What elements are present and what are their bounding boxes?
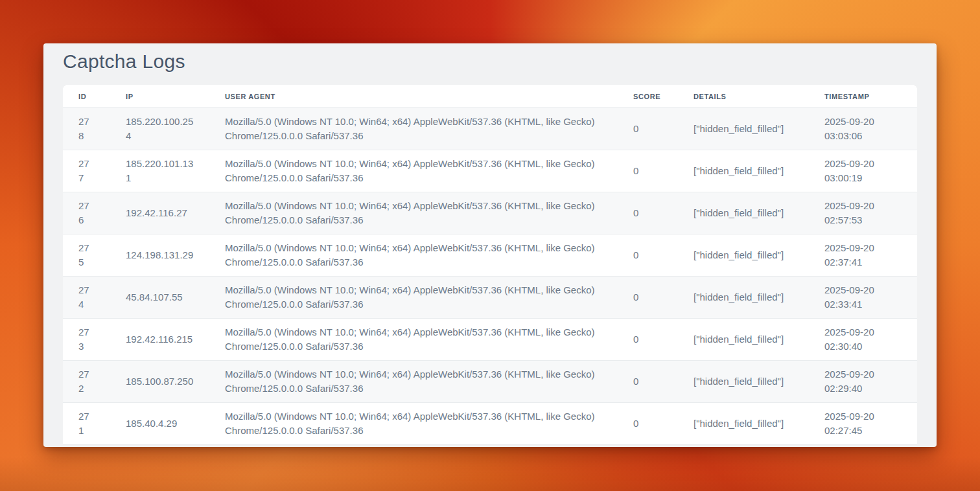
cell-timestamp: 2025-09-20 03:00:19 (809, 150, 917, 192)
cell-timestamp: 2025-09-20 02:57:53 (809, 192, 917, 234)
cell-user_agent: Mozilla/5.0 (Windows NT 10.0; Win64; x64… (209, 361, 618, 403)
cell-timestamp: 2025-09-20 03:03:06 (809, 108, 917, 150)
column-header-ip: IP (110, 85, 209, 108)
cell-details: ["hidden_field_filled"] (678, 150, 809, 192)
cell-user_agent: Mozilla/5.0 (Windows NT 10.0; Win64; x64… (209, 277, 618, 319)
column-header-id: ID (63, 85, 110, 108)
page-card: Captcha Logs IDIPUSER AGENTSCOREDETAILST… (43, 43, 937, 447)
table-row: 276192.42.116.27Mozilla/5.0 (Windows NT … (63, 192, 917, 234)
cell-details: ["hidden_field_filled"] (678, 319, 809, 361)
cell-score: 0 (618, 192, 678, 234)
cell-score: 0 (618, 361, 678, 403)
table-row: 278185.220.100.254Mozilla/5.0 (Windows N… (63, 108, 917, 150)
table-row: 272185.100.87.250Mozilla/5.0 (Windows NT… (63, 361, 917, 403)
table-header-row: IDIPUSER AGENTSCOREDETAILSTIMESTAMP (63, 85, 917, 108)
table-row: 273192.42.116.215Mozilla/5.0 (Windows NT… (63, 319, 917, 361)
cell-ip: 192.42.116.215 (110, 319, 209, 361)
cell-id: 272 (63, 361, 110, 403)
cell-details: ["hidden_field_filled"] (678, 108, 809, 150)
table-body: 278185.220.100.254Mozilla/5.0 (Windows N… (63, 108, 917, 445)
cell-ip: 185.100.87.250 (110, 361, 209, 403)
cell-ip: 185.220.101.131 (110, 150, 209, 192)
cell-id: 275 (63, 234, 110, 277)
column-header-timestamp: TIMESTAMP (809, 85, 917, 108)
cell-ip: 124.198.131.29 (110, 234, 209, 277)
cell-user_agent: Mozilla/5.0 (Windows NT 10.0; Win64; x64… (209, 234, 618, 277)
table-row: 275124.198.131.29Mozilla/5.0 (Windows NT… (63, 234, 917, 277)
cell-id: 271 (63, 403, 110, 445)
cell-score: 0 (618, 319, 678, 361)
cell-ip: 185.220.100.254 (110, 108, 209, 150)
cell-ip: 45.84.107.55 (110, 277, 209, 319)
cell-details: ["hidden_field_filled"] (678, 192, 809, 234)
cell-id: 277 (63, 150, 110, 192)
captcha-logs-table: IDIPUSER AGENTSCOREDETAILSTIMESTAMP 2781… (63, 85, 917, 445)
cell-details: ["hidden_field_filled"] (678, 403, 809, 445)
cell-timestamp: 2025-09-20 02:33:41 (809, 277, 917, 319)
gradient-background: { "page": { "title": "Captcha Logs" }, "… (0, 0, 980, 491)
cell-user_agent: Mozilla/5.0 (Windows NT 10.0; Win64; x64… (209, 192, 618, 234)
cell-details: ["hidden_field_filled"] (678, 361, 809, 403)
column-header-details: DETAILS (678, 85, 809, 108)
cell-user_agent: Mozilla/5.0 (Windows NT 10.0; Win64; x64… (209, 319, 618, 361)
cell-id: 276 (63, 192, 110, 234)
cell-user_agent: Mozilla/5.0 (Windows NT 10.0; Win64; x64… (209, 403, 618, 445)
cell-ip: 192.42.116.27 (110, 192, 209, 234)
cell-timestamp: 2025-09-20 02:37:41 (809, 234, 917, 277)
table-row: 277185.220.101.131Mozilla/5.0 (Windows N… (63, 150, 917, 192)
cell-timestamp: 2025-09-20 02:29:40 (809, 361, 917, 403)
cell-score: 0 (618, 150, 678, 192)
cell-score: 0 (618, 234, 678, 277)
cell-score: 0 (618, 403, 678, 445)
cell-user_agent: Mozilla/5.0 (Windows NT 10.0; Win64; x64… (209, 108, 618, 150)
cell-timestamp: 2025-09-20 02:30:40 (809, 319, 917, 361)
column-header-user_agent: USER AGENT (209, 85, 618, 108)
page-title: Captcha Logs (63, 50, 917, 73)
cell-timestamp: 2025-09-20 02:27:45 (809, 403, 917, 445)
cell-ip: 185.40.4.29 (110, 403, 209, 445)
cell-details: ["hidden_field_filled"] (678, 234, 809, 277)
cell-id: 273 (63, 319, 110, 361)
cell-details: ["hidden_field_filled"] (678, 277, 809, 319)
cell-score: 0 (618, 108, 678, 150)
table-row: 27445.84.107.55Mozilla/5.0 (Windows NT 1… (63, 277, 917, 319)
cell-id: 274 (63, 277, 110, 319)
cell-id: 278 (63, 108, 110, 150)
cell-user_agent: Mozilla/5.0 (Windows NT 10.0; Win64; x64… (209, 150, 618, 192)
column-header-score: SCORE (618, 85, 678, 108)
table-row: 271185.40.4.29Mozilla/5.0 (Windows NT 10… (63, 403, 917, 445)
cell-score: 0 (618, 277, 678, 319)
table-header: IDIPUSER AGENTSCOREDETAILSTIMESTAMP (63, 85, 917, 108)
